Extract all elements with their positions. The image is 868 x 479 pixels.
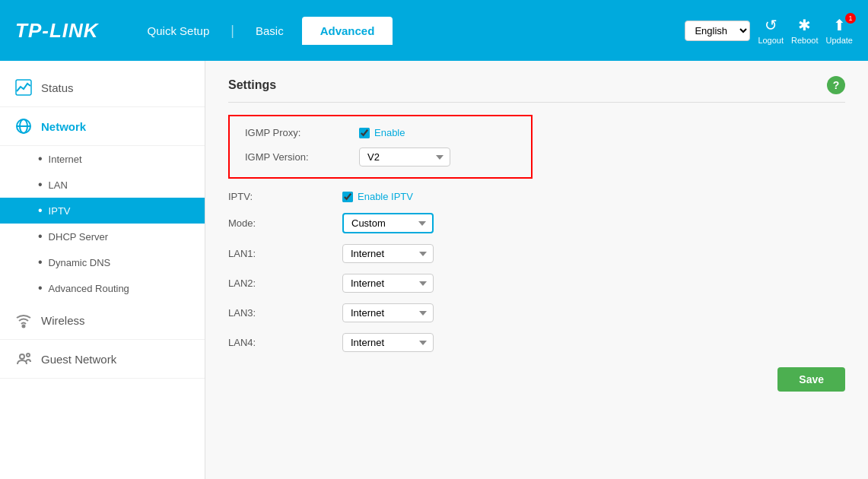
nav-separator: | bbox=[231, 23, 234, 39]
nav-quick-setup[interactable]: Quick Setup bbox=[129, 17, 228, 45]
lan1-row: LAN1:InternetIPTVVoice bbox=[228, 244, 845, 263]
iptv-checkbox-label[interactable]: Enable IPTV bbox=[342, 191, 413, 202]
settings-title-text: Settings bbox=[228, 78, 276, 92]
reboot-label: Reboot bbox=[791, 36, 818, 45]
lan3-select[interactable]: InternetIPTVVoice bbox=[342, 303, 434, 322]
lan-ports-section: LAN1:InternetIPTVVoiceLAN2:InternetIPTVV… bbox=[228, 244, 845, 352]
update-icon: ⬆ bbox=[833, 16, 846, 34]
sidebar: Status Network • Internet • LAN • IPTV bbox=[0, 61, 205, 479]
lan2-select[interactable]: InternetIPTVVoice bbox=[342, 274, 434, 293]
svg-point-5 bbox=[20, 354, 24, 359]
sidebar-item-network-label: Network bbox=[41, 120, 86, 133]
sidebar-sub-internet[interactable]: • Internet bbox=[0, 146, 205, 172]
lan1-label: LAN1: bbox=[228, 248, 327, 259]
language-select[interactable]: English Chinese bbox=[685, 21, 750, 41]
wireless-icon bbox=[15, 312, 32, 328]
header-right: English Chinese ↺ Logout ✱ Reboot 1 ⬆ Up… bbox=[685, 16, 853, 45]
iptv-checkbox[interactable] bbox=[342, 192, 353, 202]
sidebar-sub-dynamic-dns-label: Dynamic DNS bbox=[49, 257, 111, 268]
bullet-icon: • bbox=[38, 204, 43, 217]
reboot-button[interactable]: ✱ Reboot bbox=[791, 16, 818, 45]
mode-label: Mode: bbox=[228, 217, 327, 229]
save-button[interactable]: Save bbox=[777, 367, 845, 392]
lan4-label: LAN4: bbox=[228, 337, 327, 348]
main-nav: Quick Setup | Basic Advanced bbox=[129, 17, 685, 45]
igmp-proxy-label: IGMP Proxy: bbox=[245, 127, 344, 138]
igmp-proxy-checkbox-label[interactable]: Enable bbox=[359, 127, 405, 138]
update-button[interactable]: 1 ⬆ Update bbox=[826, 16, 853, 45]
save-row: Save bbox=[228, 367, 845, 392]
igmp-proxy-checkbox[interactable] bbox=[359, 128, 370, 138]
sidebar-sub-advanced-routing[interactable]: • Advanced Routing bbox=[0, 275, 205, 301]
bullet-icon: • bbox=[38, 230, 43, 243]
sidebar-sub-lan-label: LAN bbox=[49, 179, 68, 191]
bullet-icon: • bbox=[38, 152, 43, 166]
mode-select[interactable]: Custom Bridge 802.1Q bbox=[342, 213, 434, 233]
settings-header: Settings ? bbox=[228, 76, 845, 103]
lan4-select[interactable]: InternetIPTVVoice bbox=[342, 333, 434, 352]
logout-icon: ↺ bbox=[765, 16, 777, 34]
sidebar-item-guest-network-label: Guest Network bbox=[41, 353, 116, 366]
sidebar-sub-iptv[interactable]: • IPTV bbox=[0, 198, 205, 224]
igmp-proxy-enable-text: Enable bbox=[374, 127, 405, 138]
igmp-version-select[interactable]: V2 V3 bbox=[359, 148, 450, 167]
bullet-icon: • bbox=[38, 255, 43, 269]
status-icon bbox=[15, 79, 32, 96]
update-badge: 1 bbox=[845, 13, 856, 24]
content-area: Settings ? IGMP Proxy: Enable IGMP Versi… bbox=[205, 61, 868, 479]
svg-rect-0 bbox=[16, 80, 31, 95]
lan3-label: LAN3: bbox=[228, 307, 327, 319]
igmp-version-label: IGMP Version: bbox=[245, 151, 344, 163]
header: TP-LINK Quick Setup | Basic Advanced Eng… bbox=[0, 0, 868, 61]
reboot-icon: ✱ bbox=[798, 16, 811, 34]
iptv-row: IPTV: Enable IPTV bbox=[228, 191, 845, 202]
logout-button[interactable]: ↺ Logout bbox=[758, 16, 784, 45]
igmp-section: IGMP Proxy: Enable IGMP Version: V2 V3 bbox=[228, 115, 533, 179]
mode-row: Mode: Custom Bridge 802.1Q bbox=[228, 213, 845, 233]
iptv-enable-text: Enable IPTV bbox=[358, 191, 413, 202]
sidebar-sub-lan[interactable]: • LAN bbox=[0, 172, 205, 198]
sidebar-sub-internet-label: Internet bbox=[49, 154, 82, 165]
lan3-row: LAN3:InternetIPTVVoice bbox=[228, 303, 845, 322]
igmp-version-row: IGMP Version: V2 V3 bbox=[245, 148, 516, 167]
svg-point-4 bbox=[23, 325, 25, 328]
iptv-label: IPTV: bbox=[228, 191, 327, 202]
lan4-row: LAN4:InternetIPTVVoice bbox=[228, 333, 845, 352]
sidebar-sub-iptv-label: IPTV bbox=[49, 205, 71, 217]
igmp-proxy-row: IGMP Proxy: Enable bbox=[245, 127, 516, 138]
lan2-row: LAN2:InternetIPTVVoice bbox=[228, 274, 845, 293]
sidebar-sub-dhcp-label: DHCP Server bbox=[49, 231, 109, 243]
svg-point-6 bbox=[27, 354, 30, 357]
logo: TP-LINK bbox=[15, 19, 99, 43]
bullet-icon: • bbox=[38, 178, 43, 192]
guest-network-icon bbox=[15, 351, 32, 367]
nav-advanced[interactable]: Advanced bbox=[302, 17, 393, 45]
sidebar-item-wireless-label: Wireless bbox=[41, 314, 85, 327]
sidebar-sub-dynamic-dns[interactable]: • Dynamic DNS bbox=[0, 249, 205, 275]
main-layout: Status Network • Internet • LAN • IPTV bbox=[0, 61, 868, 479]
sidebar-sub-dhcp[interactable]: • DHCP Server bbox=[0, 224, 205, 249]
update-label: Update bbox=[826, 36, 853, 45]
network-icon bbox=[15, 118, 32, 135]
sidebar-item-wireless[interactable]: Wireless bbox=[0, 301, 205, 340]
sidebar-item-guest-network[interactable]: Guest Network bbox=[0, 340, 205, 379]
help-button[interactable]: ? bbox=[827, 76, 845, 94]
nav-basic[interactable]: Basic bbox=[237, 17, 302, 45]
bullet-icon: • bbox=[38, 281, 43, 295]
sidebar-item-status[interactable]: Status bbox=[0, 68, 205, 107]
sidebar-item-status-label: Status bbox=[41, 81, 74, 94]
lan1-select[interactable]: InternetIPTVVoice bbox=[342, 244, 434, 263]
sidebar-sub-advanced-routing-label: Advanced Routing bbox=[49, 283, 129, 294]
sidebar-item-network[interactable]: Network bbox=[0, 107, 205, 146]
logout-label: Logout bbox=[758, 36, 784, 45]
lan2-label: LAN2: bbox=[228, 278, 327, 289]
